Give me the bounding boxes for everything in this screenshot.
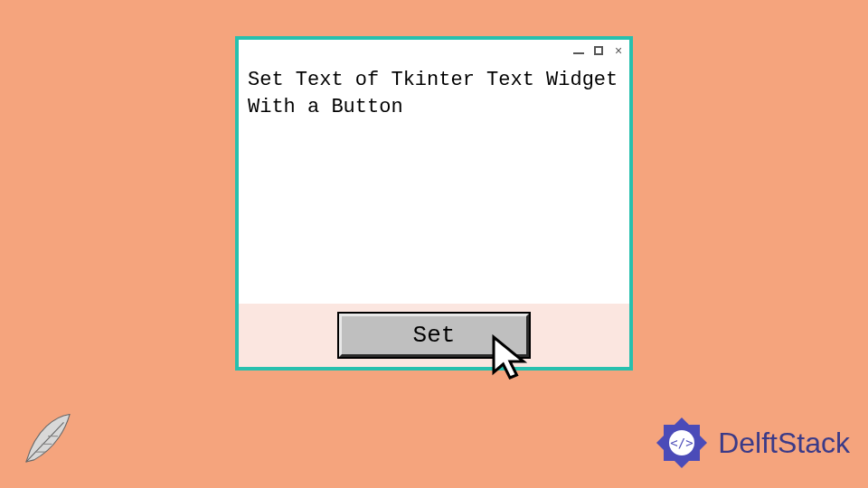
window-titlebar: × [239, 40, 629, 61]
minimize-icon[interactable] [573, 45, 584, 56]
svg-text:</>: </> [671, 436, 693, 450]
tk-window: × Set Text of Tkinter Text Widget With a… [235, 36, 633, 371]
maximize-icon[interactable] [593, 45, 604, 56]
set-button[interactable]: Set [339, 314, 529, 357]
brand-badge: </> DelftStack [653, 414, 850, 472]
button-row: Set [239, 304, 629, 367]
feather-icon [16, 408, 80, 472]
brand-name: DelftStack [718, 427, 850, 460]
text-widget[interactable]: Set Text of Tkinter Text Widget With a B… [239, 61, 629, 304]
brand-logo-icon: </> [653, 414, 711, 472]
close-icon[interactable]: × [613, 45, 624, 56]
